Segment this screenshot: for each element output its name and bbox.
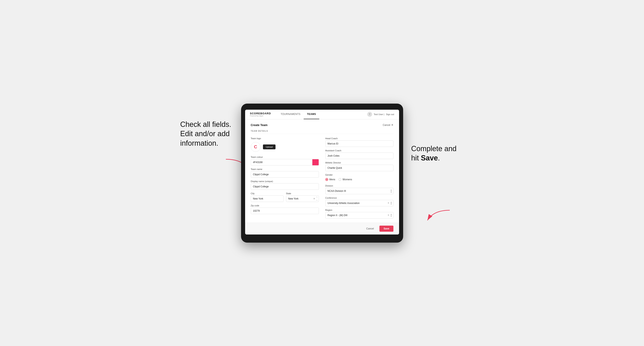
navbar-right: T Test User | Sign out bbox=[367, 112, 394, 117]
team-logo-group: Team logo C Upload bbox=[251, 137, 319, 153]
close-icon: ✕ bbox=[391, 123, 394, 127]
zip-code-group: Zip code bbox=[251, 204, 319, 214]
colour-input-wrap bbox=[251, 159, 319, 166]
form-footer: Cancel Save bbox=[245, 223, 399, 234]
region-group: Region ✕ ▲▼ bbox=[325, 209, 394, 218]
user-name: Test User | bbox=[374, 113, 384, 116]
team-name-input[interactable] bbox=[251, 171, 319, 178]
display-name-input[interactable] bbox=[251, 183, 319, 190]
team-colour-input[interactable] bbox=[251, 159, 312, 166]
conference-select-wrap: ✕ ▲▼ bbox=[325, 200, 394, 206]
city-input[interactable] bbox=[251, 195, 284, 202]
gender-womens-radio[interactable] bbox=[338, 178, 341, 181]
zip-input[interactable] bbox=[251, 208, 319, 214]
region-clear-icon[interactable]: ✕ bbox=[388, 214, 389, 216]
athletic-director-input[interactable] bbox=[325, 165, 394, 171]
assistant-coach-label: Assistant Coach bbox=[325, 149, 394, 152]
team-colour-group: Team colour bbox=[251, 156, 319, 166]
tablet-device: SCOREBOARD Powered by clippd TOURNAMENTS… bbox=[241, 104, 403, 243]
conference-group: Conference ✕ ▲▼ bbox=[325, 197, 394, 206]
nav-tournaments[interactable]: TOURNAMENTS bbox=[277, 110, 304, 119]
division-label: Division bbox=[325, 184, 394, 187]
gender-group: Gender Mens Womens bbox=[325, 173, 394, 182]
state-clear-icon[interactable]: ✕ bbox=[313, 197, 315, 200]
head-coach-group: Head Coach bbox=[325, 137, 394, 147]
brand: SCOREBOARD Powered by clippd bbox=[250, 112, 271, 117]
state-label: State bbox=[286, 192, 319, 195]
navbar: SCOREBOARD Powered by clippd TOURNAMENTS… bbox=[245, 110, 399, 119]
form-left: Team logo C Upload Team colour bbox=[251, 137, 319, 218]
instruction-left: Check all fields. Edit and/or add inform… bbox=[180, 104, 233, 148]
display-name-label: Display name (unique) bbox=[251, 180, 319, 182]
region-icons: ✕ ▲▼ bbox=[388, 213, 392, 217]
display-name-group: Display name (unique) bbox=[251, 180, 319, 190]
athletic-director-group: Athletic Director bbox=[325, 162, 394, 171]
division-group: Division NCAA Division III ▲▼ bbox=[325, 184, 394, 194]
division-select[interactable]: NCAA Division III bbox=[325, 188, 394, 194]
form-container: Create Team Cancel ✕ TEAM DETAILS Team l… bbox=[245, 119, 399, 223]
logo-area: C Upload bbox=[251, 141, 319, 153]
team-logo-label: Team logo bbox=[251, 137, 319, 140]
sign-out-link[interactable]: Sign out bbox=[386, 113, 394, 116]
gender-womens-option[interactable]: Womens bbox=[338, 178, 352, 181]
region-label: Region bbox=[325, 209, 394, 211]
division-select-wrap: NCAA Division III ▲▼ bbox=[325, 188, 394, 194]
form-title: Create Team bbox=[251, 123, 268, 127]
state-input-wrap: ✕ ⌃⌄ bbox=[286, 195, 319, 202]
conference-label: Conference bbox=[325, 197, 394, 199]
conference-icons: ✕ ▲▼ bbox=[388, 201, 392, 205]
region-chevron-icon: ▲▼ bbox=[390, 213, 392, 217]
team-colour-label: Team colour bbox=[251, 156, 319, 158]
gender-row: Mens Womens bbox=[325, 177, 394, 182]
head-coach-label: Head Coach bbox=[325, 137, 394, 140]
nav-teams[interactable]: TEAMS bbox=[304, 110, 319, 119]
form-body: Team logo C Upload Team colour bbox=[251, 137, 394, 218]
team-name-label: Team name bbox=[251, 168, 319, 170]
conference-chevron-icon: ▲▼ bbox=[390, 201, 392, 205]
athletic-director-label: Athletic Director bbox=[325, 162, 394, 164]
gender-womens-label: Womens bbox=[342, 178, 352, 181]
save-button[interactable]: Save bbox=[380, 226, 393, 232]
zip-label: Zip code bbox=[251, 204, 319, 207]
head-coach-input[interactable] bbox=[325, 141, 394, 147]
city-group: City bbox=[251, 192, 284, 202]
city-state-row: City State ✕ ⌃⌄ bbox=[251, 192, 319, 202]
city-state-group: City State ✕ ⌃⌄ bbox=[251, 192, 319, 202]
city-label: City bbox=[251, 192, 284, 195]
team-logo-circle: C bbox=[251, 142, 260, 152]
brand-subtitle: Powered by clippd bbox=[250, 115, 271, 117]
cancel-button[interactable]: Cancel bbox=[363, 226, 377, 232]
instruction-right: Complete and hit Save. bbox=[411, 104, 464, 163]
region-input-wrap: ✕ ▲▼ bbox=[325, 212, 394, 218]
tablet-screen: SCOREBOARD Powered by clippd TOURNAMENTS… bbox=[245, 110, 399, 234]
nav-links: TOURNAMENTS TEAMS bbox=[277, 110, 367, 119]
avatar: T bbox=[367, 112, 372, 117]
form-right: Head Coach Assistant Coach Athletic Dire… bbox=[325, 137, 394, 218]
gender-mens-label: Mens bbox=[330, 178, 335, 181]
conference-clear-icon[interactable]: ✕ bbox=[388, 202, 389, 204]
gender-label: Gender bbox=[325, 173, 394, 176]
cancel-top-button[interactable]: Cancel ✕ bbox=[383, 123, 393, 127]
form-header: Create Team Cancel ✕ bbox=[251, 123, 394, 127]
brand-title: SCOREBOARD bbox=[250, 112, 271, 115]
gender-mens-option[interactable]: Mens bbox=[325, 178, 335, 181]
arrow-right-icon bbox=[426, 208, 452, 226]
colour-swatch[interactable] bbox=[312, 159, 319, 166]
assistant-coach-group: Assistant Coach bbox=[325, 149, 394, 159]
team-name-group: Team name bbox=[251, 168, 319, 178]
upload-button[interactable]: Upload bbox=[263, 145, 276, 149]
conference-input[interactable] bbox=[325, 200, 394, 206]
region-input[interactable] bbox=[325, 212, 394, 218]
gender-mens-radio[interactable] bbox=[325, 178, 328, 181]
state-group: State ✕ ⌃⌄ bbox=[286, 192, 319, 202]
section-label: TEAM DETAILS bbox=[251, 130, 394, 134]
assistant-coach-input[interactable] bbox=[325, 153, 394, 159]
